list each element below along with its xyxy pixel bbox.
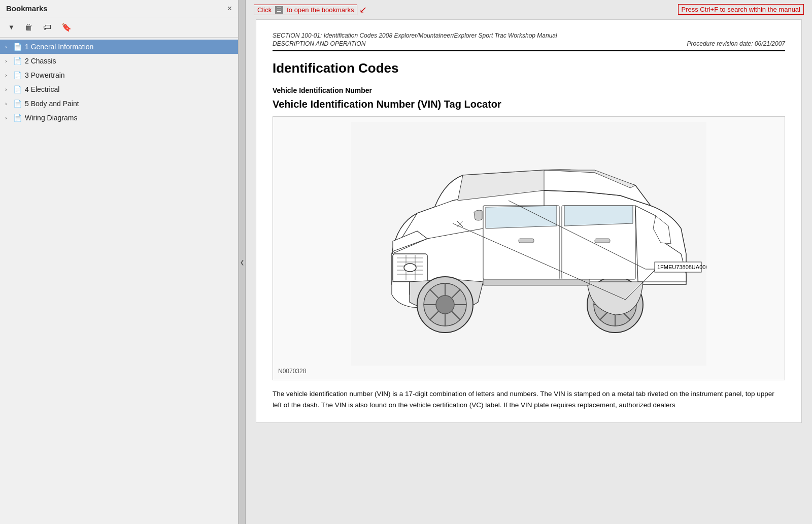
- open-bookmarks-hint: Click ☰ to open the bookmarks: [254, 5, 357, 15]
- svg-rect-34: [519, 239, 534, 243]
- vin-number-label: 1FMEU73808UA00001: [657, 264, 706, 270]
- hint-click-text: Click: [257, 6, 272, 14]
- section-subtitle2: Vehicle Identification Number (VIN) Tag …: [273, 99, 785, 110]
- vin-figure: 1FMEU73808UA00001 N0070328: [273, 116, 785, 380]
- bookmark-item-3[interactable]: ›📄3 Powertrain: [0, 68, 238, 82]
- svg-point-12: [436, 296, 454, 314]
- bookmark-item-6[interactable]: ›📄Wiring Diagrams: [0, 111, 238, 125]
- section-subtitle1: Vehicle Identification Number: [273, 86, 785, 94]
- section-revision: Procedure revision date: 06/21/2007: [687, 40, 785, 47]
- delete-icon: 🗑: [25, 23, 33, 32]
- bookmark-folder-icon: 📄: [13, 43, 22, 51]
- section-divider: [273, 50, 785, 51]
- svg-point-9: [404, 264, 416, 272]
- toolbar-dropdown-button[interactable]: ▼: [5, 21, 18, 33]
- tag-icon: 🏷: [43, 23, 51, 32]
- bookmark-item-2[interactable]: ›📄2 Chassis: [0, 54, 238, 68]
- expand-arrow-icon: ›: [5, 58, 13, 64]
- tag-bookmark-button[interactable]: 🏷: [40, 21, 54, 34]
- section-operation: DESCRIPTION AND OPERATION: [273, 40, 365, 47]
- sidebar-title: Bookmarks: [6, 4, 48, 13]
- vin-locator-svg: 1FMEU73808UA00001: [351, 122, 706, 366]
- bookmarks-panel-icon: ☰: [275, 6, 283, 14]
- expand-arrow-icon: ›: [5, 86, 13, 92]
- bookmark-label: 5 Body and Paint: [25, 100, 79, 108]
- bookmark-item-4[interactable]: ›📄4 Electrical: [0, 82, 238, 96]
- expand-arrow-icon: ›: [5, 101, 13, 107]
- svg-rect-35: [595, 239, 610, 243]
- menu-icon: ▼: [8, 23, 15, 31]
- main-content: Click ☰ to open the bookmarks ↙ Press Ct…: [246, 0, 812, 524]
- document-title: Identification Codes: [273, 60, 785, 76]
- hint-rest-text: to open the bookmarks: [287, 6, 354, 14]
- add-bookmark-button[interactable]: 🔖: [58, 20, 75, 34]
- car-illustration: 1FMEU73808UA00001: [278, 122, 780, 366]
- bookmark-label: 4 Electrical: [25, 85, 59, 93]
- close-button[interactable]: ×: [227, 5, 232, 13]
- svg-rect-36: [483, 279, 590, 285]
- bookmark-tree: ›📄1 General Information›📄2 Chassis›📄3 Po…: [0, 38, 238, 524]
- hint-arrow-icon: ↙: [359, 4, 367, 15]
- expand-arrow-icon: ›: [5, 44, 13, 50]
- bookmark-folder-icon: 📄: [13, 57, 22, 65]
- bookmark-item-1[interactable]: ›📄1 General Information: [0, 40, 238, 54]
- bookmark-folder-icon: 📄: [13, 114, 22, 122]
- bookmark-folder-icon: 📄: [13, 100, 22, 108]
- section-header: SECTION 100-01: Identification Codes 200…: [273, 32, 785, 39]
- sidebar-header: Bookmarks ×: [0, 0, 238, 17]
- bookmark-folder-icon: 📄: [13, 85, 22, 93]
- bookmarks-sidebar: Bookmarks × ▼ 🗑 🏷 🔖 ›📄1 General Informat…: [0, 0, 239, 524]
- expand-arrow-icon: ›: [5, 115, 13, 121]
- bookmark-folder-icon: 📄: [13, 71, 22, 79]
- figure-caption: N0070328: [278, 368, 780, 375]
- sidebar-collapse-handle[interactable]: ❮: [239, 0, 246, 524]
- bookmark-label: 3 Powertrain: [25, 71, 65, 79]
- bookmark-item-5[interactable]: ›📄5 Body and Paint: [0, 96, 238, 111]
- expand-arrow-icon: ›: [5, 72, 13, 78]
- top-bar: Click ☰ to open the bookmarks ↙ Press Ct…: [246, 0, 812, 19]
- delete-bookmark-button[interactable]: 🗑: [22, 21, 36, 34]
- section-subheader: DESCRIPTION AND OPERATION Procedure revi…: [273, 40, 785, 47]
- document-content: SECTION 100-01: Identification Codes 200…: [256, 19, 802, 423]
- search-hint: Press Ctrl+F to search within the manual: [678, 4, 804, 15]
- body-text: The vehicle identification number (VIN) …: [273, 388, 785, 410]
- bookmark-label: 2 Chassis: [25, 57, 56, 65]
- bookmark-label: 1 General Information: [25, 43, 93, 51]
- sidebar-toolbar: ▼ 🗑 🏷 🔖: [0, 17, 238, 38]
- bookmark-icon: 🔖: [61, 22, 72, 32]
- bookmark-label: Wiring Diagrams: [25, 114, 77, 122]
